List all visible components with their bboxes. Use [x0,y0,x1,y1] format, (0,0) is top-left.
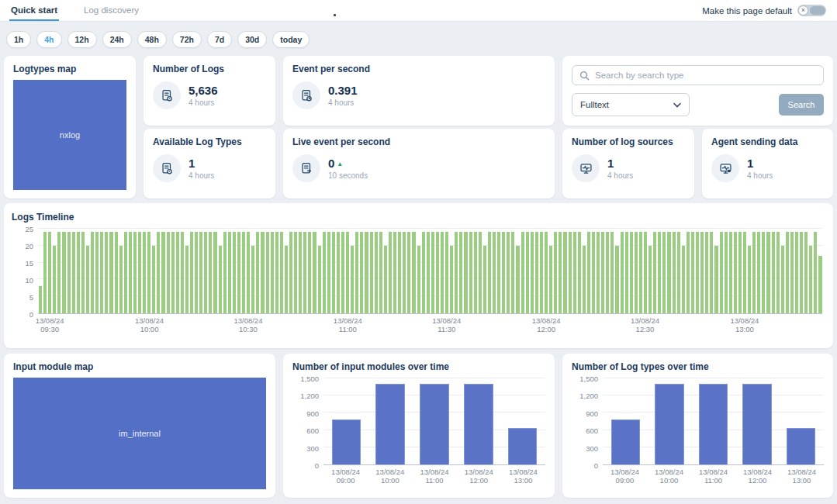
x-tick-label: 13/08/24 09:00 [323,468,368,485]
search-input[interactable] [595,71,816,80]
timeline-bar [379,232,382,313]
timeline-bar [662,232,666,313]
timeline-bar [407,232,410,313]
timeline-bar [776,232,780,313]
timeline-bar [587,232,590,313]
search-input-wrap [572,65,824,85]
card-input-modules-over-time: Number of input modules over time 030060… [283,354,555,498]
time-range-4h[interactable]: 4h [36,31,61,48]
time-range-48h[interactable]: 48h [137,31,167,48]
timeline-bar [422,232,425,313]
timeline-bar [601,232,604,313]
time-range-bar: 1h4h12h24h48h72h7d30dtoday [0,22,837,56]
timeline-bar [474,232,477,313]
x-tick-label: 13/08/24 12:00 [532,316,561,334]
timeline-bar [526,232,529,313]
timeline-bar [682,246,685,313]
timeline-bar [275,232,278,313]
timeline-bar [621,232,624,313]
timeline-bar [625,232,628,313]
log-types-bar [611,419,640,464]
timeline-bar [710,232,713,313]
timeline-bar [559,232,562,313]
card-title: Number of Log types over time [572,361,824,372]
timeline-bar [39,286,42,313]
x-tick-label: 13/08/24 10:00 [647,468,691,485]
time-range-72h[interactable]: 72h [172,31,202,48]
make-default-label: Make this page default [702,6,792,16]
timeline-bar [389,232,392,313]
timeline-bar [285,246,288,313]
timeline-bar [176,232,179,313]
timeline-bar [752,232,756,313]
timeline-bar [138,232,141,313]
log-types-bar [742,384,771,464]
make-default-toggle[interactable]: × [797,5,826,16]
y-tick-label: 0 [29,310,33,319]
timeline-bar [649,246,652,313]
timeline-bar [337,232,340,313]
time-range-12h[interactable]: 12h [67,31,97,48]
timeline-bar [705,232,708,313]
timeline-bar [714,246,718,313]
timeline-bar [161,232,164,313]
input-module-treemap[interactable]: im_internal [13,378,266,489]
time-range-24h[interactable]: 24h [102,31,132,48]
timeline-bar [77,232,80,313]
logtypes-treemap[interactable]: nxlog [13,80,126,190]
timeline-bar [483,246,486,313]
timeline-bar [341,232,344,313]
time-range-7d[interactable]: 7d [207,31,232,48]
y-tick-label: 1,500 [579,375,598,383]
time-range-today[interactable]: today [272,31,310,48]
search-type-select[interactable]: Fulltext [572,93,690,116]
timeline-bar [569,232,572,313]
timeline-bar [147,232,150,313]
timeline-bar [133,232,137,313]
log-document-icon [292,81,320,109]
page-tabs: Quick start Log discovery [9,0,140,21]
timeline-bar [100,232,103,313]
tab-quick-start[interactable]: Quick start [9,0,59,21]
tab-log-discovery[interactable]: Log discovery [82,0,140,21]
search-button[interactable]: Search [779,94,824,116]
timeline-bar [772,232,775,313]
y-tick-label: 20 [25,242,33,250]
timeline-bar [62,232,65,313]
time-range-1h[interactable]: 1h [6,31,31,48]
timeline-bar [115,232,118,313]
timeline-bar [592,232,595,313]
y-tick-label: 15 [25,259,33,268]
card-number-of-logs: Number of Logs 5,636 4 hours [144,56,275,126]
timeline-bar [743,232,746,313]
bottom-charts-grid: Input module map im_internal Number of i… [0,354,837,498]
card-title: Event per second [292,64,545,74]
timeline-bar [57,232,61,313]
plot-area [323,378,545,465]
timeline-bar [469,232,472,313]
timeline-bar [497,232,500,313]
input-modules-chart: 03006009001,2001,50013/08/24 09:0013/08/… [292,378,545,485]
timeline-bar [181,232,184,313]
stat-period: 4 hours [188,171,214,180]
x-tick-label: 13/08/24 13:00 [501,468,545,485]
x-tick-label: 13/08/24 09:00 [603,468,647,485]
y-axis: 03006009001,2001,500 [292,378,323,465]
time-range-30d[interactable]: 30d [237,31,267,48]
x-tick-label: 13/08/24 09:30 [36,316,64,334]
timeline-bar [398,232,401,313]
timeline-bar [738,232,742,313]
timeline-bar [95,232,99,313]
card-title: Logs Timeline [12,212,822,223]
timeline-bar [412,232,415,313]
timeline-bar [247,232,250,313]
logs-timeline-chart: 051015202513/08/24 09:3013/08/24 10:0013… [12,229,822,333]
timeline-bar [511,232,514,313]
log-types-chart: 03006009001,2001,50013/08/24 09:0013/08/… [572,378,824,485]
card-search: Fulltext Search [562,56,833,126]
timeline-bar [540,232,543,313]
timeline-bar [545,232,548,313]
card-title: Number of Logs [153,64,266,74]
y-tick-label: 25 [25,225,33,233]
card-available-log-types: Available Log Types 1 4 hours [144,129,275,198]
